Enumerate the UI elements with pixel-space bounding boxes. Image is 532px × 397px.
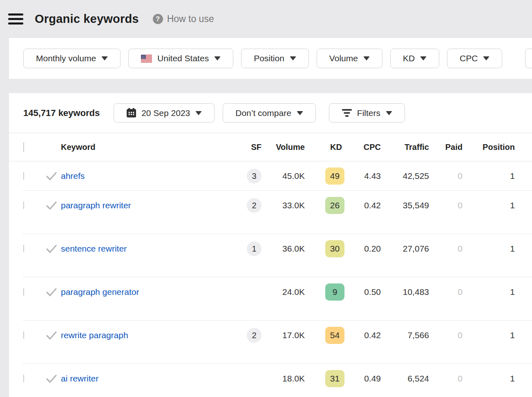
chevron-down-icon [386,111,392,115]
chevron-down-icon [297,111,303,115]
position-value: 1 [463,374,515,384]
keyword-link[interactable]: paragraph rewriter [61,201,131,210]
volume-value: 33.0K [262,201,305,210]
date-picker-button[interactable]: 20 Sep 2023 [114,103,215,123]
kd-filter-button[interactable]: KD [390,49,439,68]
cpc-value: 0.42 [344,330,381,340]
paid-value: 0 [429,330,463,340]
keywords-panel: 145,717 keywords 20 Sep 2023 Don’t compa… [9,93,532,397]
table-row: paragraph rewriter 2 33.0K 26 0.42 35,54… [9,191,532,234]
traffic-value: 7,566 [381,330,429,340]
partial-filter-button[interactable] [525,49,532,68]
cpc-filter-label: CPC [460,54,478,63]
paid-value: 0 [429,244,463,254]
table-toolbar: 145,717 keywords 20 Sep 2023 Don’t compa… [9,93,532,133]
traffic-value: 6,524 [381,374,429,384]
keyword-link[interactable]: ai rewriter [61,374,98,383]
monthly-volume-label: Monthly volume [36,54,96,63]
country-label: United States [157,54,209,63]
chevron-down-icon [214,56,221,60]
date-label: 20 Sep 2023 [141,108,190,118]
paid-value: 0 [429,201,463,210]
filters-button[interactable]: Filters [329,103,405,123]
traffic-value: 27,076 [381,244,429,254]
top-header: Organic keywords ? How to use [0,0,532,38]
cpc-value: 0.20 [344,244,381,254]
funnel-filter-icon [342,109,352,117]
keyword-link[interactable]: paragraph generator [61,287,139,297]
check-icon [42,331,61,340]
select-all-checkbox[interactable] [23,142,24,152]
chevron-down-icon [290,56,296,60]
column-header-kd[interactable]: KD [305,143,344,152]
row-checkbox[interactable] [23,375,24,382]
kd-badge: 26 [325,197,344,214]
keyword-link[interactable]: ahrefs [61,171,85,181]
help-question-icon: ? [153,14,163,24]
country-filter-button[interactable]: United States [128,49,233,68]
filters-label: Filters [357,108,380,118]
keyword-link[interactable]: rewrite paragraph [61,330,128,340]
column-header-paid[interactable]: Paid [429,143,463,152]
row-checkbox[interactable] [23,288,24,296]
table-body: ahrefs 3 45.0K 49 4.43 42,525 0 1 paragr… [9,161,532,397]
filter-bar: Monthly volume Unit [9,38,532,79]
chevron-down-icon [195,111,202,115]
table-row: ai rewriter 18.0K 31 0.49 6,524 0 1 [9,364,532,397]
sf-badge: 3 [247,169,262,183]
compare-label: Don’t compare [235,108,291,118]
volume-value: 17.0K [262,330,305,340]
position-filter-label: Position [254,54,284,63]
traffic-value: 10,483 [381,287,429,297]
paid-value: 0 [429,374,463,384]
traffic-value: 35,549 [381,201,429,210]
how-to-use-link[interactable]: ? How to use [153,13,214,25]
kd-badge: 49 [325,167,344,185]
volume-value: 45.0K [262,171,305,181]
position-value: 1 [463,244,515,254]
cpc-value: 0.42 [344,201,381,210]
panel-gap [0,79,532,93]
table-row: sentence rewriter 1 36.0K 30 0.20 27,076… [9,234,532,277]
volume-value: 24.0K [262,287,305,297]
table-row: ahrefs 3 45.0K 49 4.43 42,525 0 1 [9,161,532,191]
column-header-cpc[interactable]: CPC [344,143,381,152]
paid-value: 0 [429,171,463,181]
position-filter-button[interactable]: Position [241,49,309,68]
chevron-down-icon [101,56,108,60]
column-header-keyword[interactable]: Keyword [61,143,238,152]
cpc-filter-button[interactable]: CPC [447,49,502,68]
position-value: 1 [463,201,515,210]
volume-filter-label: Volume [329,54,358,63]
row-checkbox[interactable] [23,331,24,339]
row-checkbox[interactable] [23,201,24,209]
check-icon [42,288,61,297]
position-value: 1 [463,287,515,297]
column-header-position[interactable]: Position [463,143,515,152]
sf-badge: 1 [247,241,262,256]
position-value: 1 [463,330,515,340]
chevron-down-icon [363,56,370,60]
row-checkbox[interactable] [23,245,24,252]
column-header-traffic[interactable]: Traffic [381,143,429,152]
column-header-volume[interactable]: Volume [262,143,305,152]
compare-mode-button[interactable]: Don’t compare [223,103,316,123]
cpc-value: 0.50 [344,287,381,297]
table-row: paragraph generator 24.0K 9 0.50 10,483 … [9,277,532,321]
us-flag-icon [141,55,152,62]
row-checkbox[interactable] [23,172,24,180]
column-header-sf[interactable]: SF [238,143,262,152]
cpc-value: 4.43 [344,171,381,181]
monthly-volume-filter-button[interactable]: Monthly volume [23,49,121,68]
volume-filter-button[interactable]: Volume [317,49,382,68]
hamburger-menu-icon[interactable] [8,13,23,25]
chevron-down-icon [483,56,490,60]
check-icon [42,374,61,383]
position-value: 1 [463,171,515,181]
calendar-icon [126,108,136,118]
kd-badge: 30 [325,240,344,257]
table-header-row: Keyword SF Volume KD CPC Traffic Paid Po… [9,133,532,161]
keyword-link[interactable]: sentence rewriter [61,244,127,253]
page-title: Organic keywords [35,12,139,26]
sf-badge: 2 [247,328,262,343]
